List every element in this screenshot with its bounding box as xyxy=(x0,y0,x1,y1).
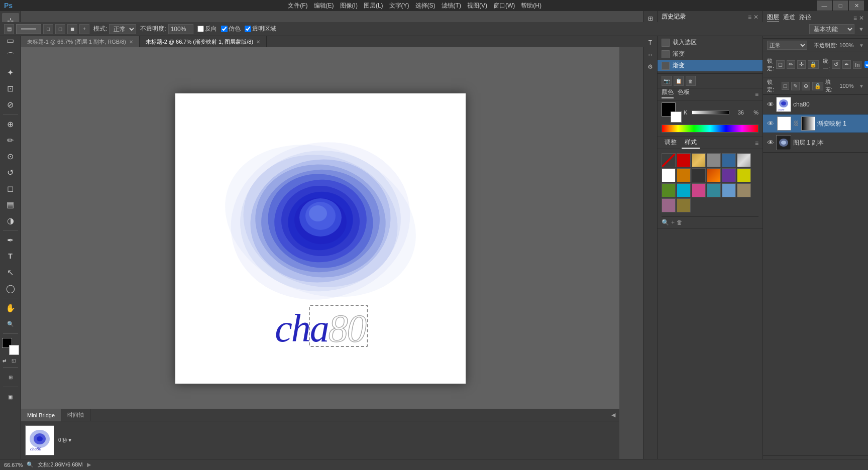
brush-mode-btn1[interactable]: ◻ xyxy=(55,24,65,34)
adjust-tab[interactable]: 调整 xyxy=(662,137,680,149)
lock-btn-c[interactable]: ⊕ xyxy=(802,82,810,90)
history-create-btn[interactable]: 📋 xyxy=(674,76,684,86)
history-panel-header[interactable]: 历史记录 ≡ ✕ xyxy=(658,11,763,23)
paths-tab[interactable]: 路径 xyxy=(799,13,811,23)
minimize-button[interactable]: — xyxy=(817,1,832,11)
eyedropper-tool[interactable]: ⊘ xyxy=(2,97,19,112)
brush-mode-btn3[interactable]: + xyxy=(79,24,89,34)
transparency-checkbox[interactable] xyxy=(245,26,251,32)
layer-mode-select[interactable]: 正常 xyxy=(767,41,807,50)
status-arrow[interactable]: ▶ xyxy=(87,461,91,468)
adjust-panel-header[interactable]: 调整 样式 ≡ xyxy=(658,137,763,149)
tab-1-close[interactable]: ✕ xyxy=(256,39,260,45)
color-swatches[interactable] xyxy=(2,338,19,355)
style-delete-btn[interactable]: 🗑 xyxy=(677,219,683,226)
color-swatch-main[interactable] xyxy=(662,102,682,123)
style-add-btn[interactable]: + xyxy=(671,219,675,226)
history-item-2[interactable]: 渐变 xyxy=(658,48,763,60)
swatches-tab[interactable]: 色板 xyxy=(678,88,690,98)
healing-tool[interactable]: ⊕ xyxy=(2,116,19,132)
style-swatch-tan[interactable] xyxy=(737,183,751,197)
path-select-tool[interactable]: ↖ xyxy=(2,265,19,280)
menu-file[interactable]: 文件(F) xyxy=(288,2,307,10)
style-swatch-yellow[interactable] xyxy=(737,168,751,182)
layer-item-2[interactable]: 👁 图层 1 副本 xyxy=(763,133,868,153)
style-panel-menu-icon[interactable]: ≡ xyxy=(755,140,758,147)
timeline-tab[interactable]: 时间轴 xyxy=(61,409,90,421)
pen-tool[interactable]: ✒ xyxy=(2,232,19,248)
style-swatch-red[interactable] xyxy=(677,153,691,167)
lock-btn-a[interactable]: □ xyxy=(782,82,789,90)
history-item-3[interactable]: 渐变 xyxy=(658,60,763,71)
menu-view[interactable]: 视图(V) xyxy=(467,2,487,10)
eraser-tool[interactable]: ◻ xyxy=(2,181,19,196)
close-button[interactable]: ✕ xyxy=(849,1,864,11)
style-swatch-teal[interactable] xyxy=(707,183,721,197)
layer-2-visibility[interactable]: 👁 xyxy=(767,139,774,147)
lock-all-btn[interactable]: 🔒 xyxy=(808,60,819,69)
brush-size-btn[interactable]: □ xyxy=(43,24,53,34)
unify-btn-1[interactable]: ↺ xyxy=(832,60,840,69)
style-swatch-green[interactable] xyxy=(662,183,676,197)
lock-move-btn[interactable]: ✛ xyxy=(797,60,806,69)
strip-btn-4[interactable]: ↔ xyxy=(645,49,656,60)
tab-0-close[interactable]: ✕ xyxy=(129,39,133,45)
style-swatch-blue[interactable] xyxy=(722,153,736,167)
dodge-tool[interactable]: ◑ xyxy=(2,213,19,228)
tab-0[interactable]: 未标题-1 @ 66.7% (图层 1 副本, RGB/8) ✕ xyxy=(21,36,140,47)
layer-1-visibility[interactable]: 👁 xyxy=(767,120,774,128)
layer-0-visibility[interactable]: 👁 xyxy=(767,100,774,108)
layer-panel-menu-icon[interactable]: ≡ xyxy=(853,15,857,22)
history-delete-btn[interactable]: 🗑 xyxy=(686,76,696,86)
style-swatch-white[interactable] xyxy=(662,168,676,182)
style-swatch-gold[interactable] xyxy=(692,153,706,167)
crop-tool[interactable]: ⊡ xyxy=(2,81,19,96)
color-tab[interactable]: 颜色 xyxy=(662,88,674,98)
style-swatch-fire[interactable] xyxy=(707,168,721,182)
color-panel-header[interactable]: 颜色 色板 ≡ xyxy=(658,88,763,100)
channels-tab[interactable]: 通道 xyxy=(783,13,795,23)
menu-type[interactable]: 文字(Y) xyxy=(389,2,409,10)
style-swatch-orange[interactable] xyxy=(677,168,691,182)
unify-btn-3[interactable]: fn xyxy=(853,61,861,69)
history-brush-tool[interactable]: ↺ xyxy=(2,165,19,180)
menu-window[interactable]: 窗口(W) xyxy=(493,2,515,10)
default-colors[interactable]: ◱ xyxy=(12,358,19,365)
menu-image[interactable]: 图像(I) xyxy=(340,2,358,10)
dither-checkbox[interactable] xyxy=(221,26,228,32)
strip-btn-3[interactable]: T xyxy=(645,37,656,48)
menu-select[interactable]: 选择(S) xyxy=(415,2,436,10)
zoom-tool[interactable]: 🔍 xyxy=(2,316,19,331)
reverse-checkbox[interactable] xyxy=(197,26,204,32)
tab-1[interactable]: 未标题-2 @ 66.7% (渐变映射 1, 图层蒙版/8) ✕ xyxy=(140,36,267,47)
screen-mode[interactable]: ▣ xyxy=(2,389,19,404)
lock-transparent-btn[interactable]: ◻ xyxy=(776,60,785,69)
opacity-input[interactable] xyxy=(168,24,193,34)
lock-btn-d[interactable]: 🔒 xyxy=(812,82,823,90)
clone-tool[interactable]: ⊙ xyxy=(2,149,19,164)
lasso-tool[interactable]: ⌒ xyxy=(2,49,19,64)
history-expand-icon[interactable]: ≡ xyxy=(748,14,751,21)
style-swatch-mauve[interactable] xyxy=(662,198,676,212)
fill-arrow-2[interactable]: ▼ xyxy=(859,83,864,89)
layer-panel-close-icon[interactable]: ✕ xyxy=(859,15,864,22)
color-spectrum[interactable] xyxy=(662,125,758,133)
unify-btn-2[interactable]: ✒ xyxy=(842,60,851,69)
mode-select[interactable]: 正常 xyxy=(109,24,136,34)
layer-item-0[interactable]: 👁 cha80 cha80 xyxy=(763,95,868,114)
bottom-panel-collapse[interactable]: ◀ xyxy=(611,412,615,418)
style-swatch-olive[interactable] xyxy=(677,198,691,212)
mini-bridge-tab[interactable]: Mini Bridge xyxy=(21,409,61,421)
workspace-select[interactable]: 基本功能 xyxy=(809,24,854,34)
brush-tool[interactable]: ✏ xyxy=(2,133,19,148)
shape-tool[interactable]: ◯ xyxy=(2,281,19,296)
layers-tab[interactable]: 图层 xyxy=(767,13,779,23)
lock-btn-b[interactable]: ✎ xyxy=(791,82,800,90)
strip-btn-5[interactable]: ⚙ xyxy=(645,61,656,72)
history-collapse-icon[interactable]: ✕ xyxy=(753,14,758,21)
bg-swatch[interactable] xyxy=(671,111,682,123)
menu-layer[interactable]: 图层(L) xyxy=(364,2,383,10)
style-swatch-silver[interactable] xyxy=(737,153,751,167)
hand-tool[interactable]: ✋ xyxy=(2,300,19,315)
layer-item-1[interactable]: 👁 ⛓ 渐变映射 1 xyxy=(763,114,868,133)
